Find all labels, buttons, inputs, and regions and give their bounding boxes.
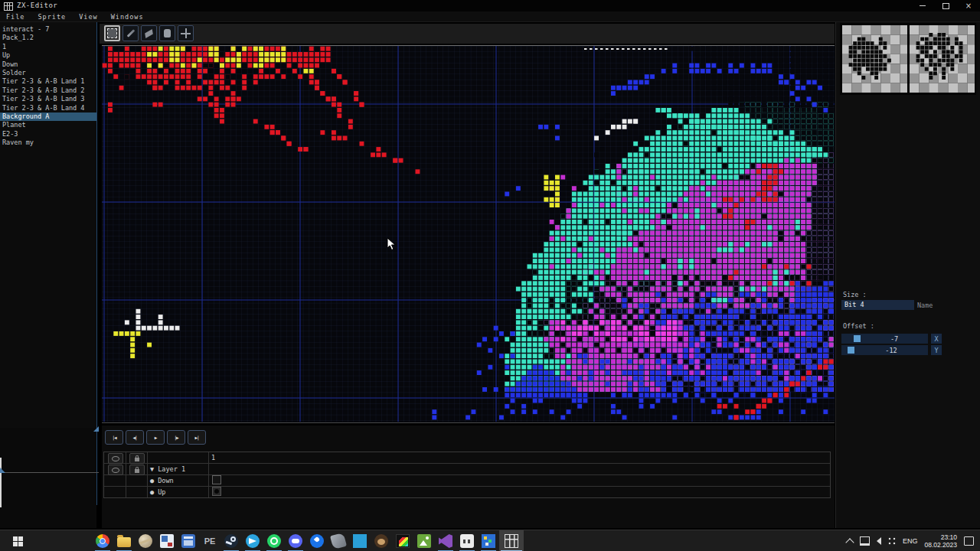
offset-y-tag: Y — [931, 345, 942, 355]
sidebar-item-solder[interactable]: Solder — [0, 69, 96, 77]
close-button[interactable]: × — [957, 0, 980, 11]
pixel-art-canvas[interactable] — [102, 46, 835, 422]
sprite-preview-1[interactable] — [842, 25, 907, 93]
sidebar-item-pack-1-2[interactable]: Pack_1.2 — [0, 34, 96, 42]
canvas-area — [102, 45, 835, 423]
sidebar-item-down[interactable]: Down — [0, 60, 96, 69]
sidebar-item-tier-2-3-a-b-land-3[interactable]: Tier 2-3 & A-B Land 3 — [0, 95, 96, 103]
splitter-grip-icon[interactable] — [0, 468, 5, 473]
splitter-grip-icon[interactable] — [93, 426, 99, 432]
keyframe-hollow[interactable] — [212, 475, 221, 484]
menu-item-windows[interactable]: Windows — [111, 13, 144, 21]
title-bar: ZX-Editor × — [0, 0, 980, 11]
eraser-icon — [145, 29, 153, 38]
prev-frame-button[interactable]: ◀| — [126, 430, 144, 445]
taskbar-app-calculator[interactable] — [178, 530, 199, 551]
taskbar-app-pe-app[interactable]: PE — [199, 530, 220, 551]
sidebar-item-tier-2-3-a-b-land-4[interactable]: Tier 2-3 & A-B Land 4 — [0, 104, 96, 112]
volume-icon[interactable] — [877, 537, 881, 545]
properties-panel: Size : Bit 4 Name Offset : -7 X -12 Y — [835, 22, 980, 528]
sidebar-item-up[interactable]: Up — [0, 51, 96, 60]
skip-end-button[interactable]: ▶| — [188, 430, 206, 445]
taskbar-app-brush-tool[interactable] — [328, 530, 349, 551]
keyframe-filled[interactable] — [212, 487, 221, 496]
sidebar-splitter[interactable] — [96, 22, 97, 505]
next-frame-button[interactable]: |▶ — [167, 430, 185, 445]
menu-item-sprite[interactable]: Sprite — [38, 13, 66, 21]
slider-handle[interactable] — [848, 347, 854, 354]
playback-controls: |◀◀|▶|▶▶| — [105, 430, 206, 445]
start-button[interactable] — [0, 530, 35, 551]
maximize-button[interactable] — [934, 0, 957, 11]
taskbar-app-telegram[interactable] — [242, 530, 263, 551]
taskbar-app-steam[interactable] — [220, 530, 242, 551]
select-icon — [107, 28, 117, 38]
pencil-tool-button[interactable] — [122, 25, 139, 41]
timeline-row-down[interactable]: ● Down — [150, 477, 174, 484]
frame-number[interactable]: 1 — [211, 454, 215, 461]
offset-x-value: -7 — [861, 335, 928, 343]
taskbar-app-whatsapp[interactable] — [263, 530, 285, 551]
language-indicator[interactable]: ENG — [903, 537, 918, 545]
taskbar-app-game-planet[interactable] — [135, 530, 156, 551]
taskbar: PE ENG 23:10 08.02.2023 — [0, 530, 980, 551]
tool-bar — [100, 24, 835, 44]
taskbar-app-discord[interactable] — [285, 530, 306, 551]
timeline-panel: |◀◀|▶|▶▶| 1 ▼ Layer 1● Down● Up — [102, 425, 835, 528]
move-icon — [181, 28, 191, 38]
slider-handle[interactable] — [854, 335, 861, 342]
taskbar-app-vscode[interactable] — [349, 530, 371, 551]
lock-icon[interactable] — [129, 453, 145, 464]
taskbar-app-paint-app[interactable] — [156, 530, 178, 551]
taskbar-app-monkey-app[interactable] — [371, 530, 392, 551]
window-title: ZX-Editor — [17, 2, 57, 9]
eye-icon[interactable] — [108, 465, 123, 475]
hand-tool-button[interactable] — [159, 25, 175, 41]
windows-logo-icon — [13, 536, 23, 546]
move-tool-button[interactable] — [178, 25, 194, 41]
sprite-preview-2[interactable] — [910, 25, 975, 93]
window-edge-highlight — [0, 458, 2, 507]
play-button[interactable]: ▶ — [146, 430, 165, 445]
lock-icon[interactable] — [129, 465, 145, 475]
sprite-previews — [840, 23, 976, 95]
offset-x-slider[interactable]: -7 — [841, 334, 928, 344]
menu-item-view[interactable]: View — [79, 13, 97, 21]
panel-divider[interactable] — [0, 472, 99, 473]
timeline-row-up[interactable]: ● Up — [150, 488, 165, 496]
taskbar-app-spectrum[interactable] — [392, 530, 413, 551]
taskbar-app-chrome[interactable] — [92, 530, 113, 551]
sidebar-item-raven-my[interactable]: Raven my — [0, 139, 96, 147]
taskbar-app-pixel-app[interactable] — [478, 530, 499, 551]
taskbar-app-image-editor[interactable] — [413, 530, 435, 551]
offset-y-value: -12 — [854, 347, 928, 354]
sidebar-item-1[interactable]: 1 — [0, 43, 96, 51]
sidebar-item-planet[interactable]: Planet — [0, 121, 96, 129]
skip-start-button[interactable]: |◀ — [105, 430, 123, 445]
tray-time: 23:10 — [924, 533, 957, 541]
minimize-button[interactable] — [911, 0, 934, 11]
tray-expand-icon[interactable] — [845, 538, 854, 546]
sidebar-item-background-a[interactable]: Background A — [0, 112, 96, 121]
offset-y-slider[interactable]: -12 — [841, 345, 928, 355]
eraser-tool-button[interactable] — [141, 25, 157, 41]
taskbar-app-visual-studio[interactable] — [435, 530, 456, 551]
taskbar-app-explorer[interactable] — [113, 530, 135, 551]
notifications-icon[interactable] — [964, 536, 974, 546]
taskbar-app-zx-editor[interactable] — [499, 530, 524, 551]
taskbar-app-maps-pin[interactable] — [306, 530, 328, 551]
select-tool-button[interactable] — [104, 25, 120, 41]
clock[interactable]: 23:10 08.02.2023 — [924, 533, 957, 549]
sidebar-item-e2-3[interactable]: E2-3 — [0, 130, 96, 139]
eye-icon[interactable] — [108, 453, 123, 464]
taskbar-app-console-app[interactable] — [456, 530, 478, 551]
menu-item-file[interactable]: File — [6, 13, 24, 21]
taskbar-apps: PE — [92, 530, 524, 551]
dropbox-icon[interactable] — [888, 537, 896, 545]
timeline-row-layer-1[interactable]: ▼ Layer 1 — [150, 465, 185, 473]
size-value-field[interactable]: Bit 4 — [841, 300, 914, 310]
sidebar-item-interact-7[interactable]: interact - 7 — [0, 25, 96, 34]
network-icon[interactable] — [860, 536, 870, 546]
sidebar-item-tier-2-3-a-b-land-2[interactable]: Tier 2-3 & A-B Land 2 — [0, 86, 96, 95]
sidebar-item-tier-2-3-a-b-land-1[interactable]: Tier 2-3 & A-B Land 1 — [0, 77, 96, 86]
